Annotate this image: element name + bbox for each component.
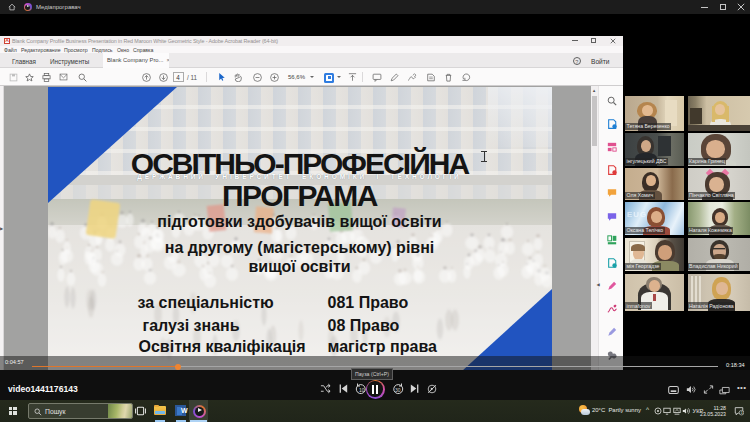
svg-text:1: 1	[740, 411, 742, 415]
svg-text:10: 10	[359, 386, 365, 392]
svg-text:30: 30	[395, 386, 401, 392]
